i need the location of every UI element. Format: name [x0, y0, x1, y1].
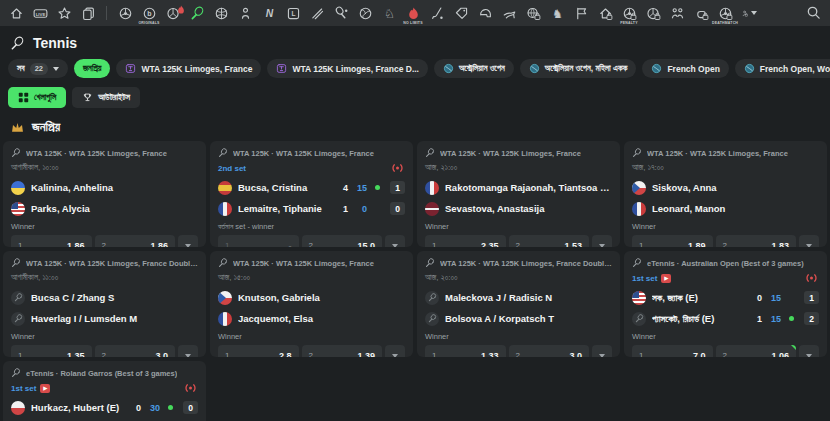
chevron-down-icon	[392, 244, 398, 248]
chess-icon[interactable]: ♞	[549, 5, 565, 21]
no-limits-icon[interactable]: NO LIMITS	[405, 5, 421, 21]
deathmatch-lock-icon[interactable]: DEATHMATCH	[717, 5, 733, 21]
player-row-1: Bucsa C / Zhang S	[11, 290, 198, 305]
wrestling-icon[interactable]	[669, 5, 685, 21]
market-label: Winner	[425, 332, 612, 341]
filter-all[interactable]: সব 22	[8, 59, 68, 78]
badminton-icon[interactable]	[309, 5, 325, 21]
chevron-down-icon	[751, 11, 757, 15]
match-card[interactable]: WTA 125K · WTA 125K Limoges, France আগাম…	[3, 141, 206, 247]
more-markets-button[interactable]	[385, 235, 405, 247]
more-markets-button[interactable]	[592, 345, 612, 357]
odds-button-2[interactable]: 21.86	[95, 235, 176, 247]
basketball-icon[interactable]	[213, 5, 229, 21]
more-markets-button[interactable]	[385, 345, 405, 357]
start-time: আজ, ২০:০০	[425, 273, 458, 283]
odds-button-2[interactable]: 21.53	[509, 235, 590, 247]
match-card[interactable]: eTennis · Roland Garros (Best of 3 games…	[3, 361, 206, 421]
match-card[interactable]: WTA 125K · WTA 125K Limoges, France আজ, …	[624, 141, 827, 247]
odds-button-1[interactable]: 11.89	[632, 235, 713, 247]
greyhounds-icon[interactable]	[501, 5, 517, 21]
odds-button-2[interactable]: 23.0	[95, 345, 176, 357]
filter-tab-3[interactable]: অস্ট্রেলিয়ান ওপেন	[434, 59, 514, 78]
horse-racing-icon[interactable]: ♘	[381, 5, 397, 21]
originals-icon[interactable]: bORIGINALS	[141, 5, 157, 21]
more-markets-button[interactable]	[178, 345, 198, 357]
wta-tournament-icon	[276, 63, 287, 74]
world-games-lock-icon[interactable]	[525, 5, 541, 21]
odds-button-2[interactable]: 21.83	[716, 235, 797, 247]
hot-games-icon[interactable]	[165, 5, 181, 21]
more-markets-button[interactable]	[799, 235, 819, 247]
match-card[interactable]: WTA 125K · WTA 125K Limoges, France Doub…	[417, 251, 620, 357]
racing-flag-icon[interactable]	[573, 5, 589, 21]
more-markets-button[interactable]	[799, 345, 819, 357]
player-games-score: 0	[754, 293, 762, 303]
player-row-2: Parks, Alycia	[11, 201, 198, 216]
filter-popular[interactable]: জনপ্রিয়	[74, 59, 110, 78]
coupons-icon[interactable]	[80, 5, 96, 21]
odds-button-1[interactable]: 1-	[218, 235, 299, 247]
match-card[interactable]: eTennis · Australian Open (Best of 3 gam…	[624, 251, 827, 357]
tennis-icon	[218, 258, 228, 268]
svg-text:♞: ♞	[552, 7, 563, 21]
games-tab-button[interactable]: খেলাগুলি	[8, 87, 66, 108]
home-icon[interactable]	[8, 5, 24, 21]
filter-tab-6[interactable]: French Open, Women	[735, 59, 830, 78]
live-icon[interactable]: LIVE	[32, 5, 48, 21]
special-offers-icon[interactable]	[453, 5, 469, 21]
filter-tab-2[interactable]: WTA 125K Limoges, France D...	[267, 59, 428, 78]
favorites-icon[interactable]	[56, 5, 72, 21]
wheel-games-lock-icon[interactable]	[645, 5, 661, 21]
serving-indicator-icon	[375, 185, 380, 190]
match-grid: WTA 125K · WTA 125K Limoges, France আগাম…	[3, 141, 827, 421]
american-football-icon[interactable]	[477, 5, 493, 21]
player-row-2: Jacquemot, Elsa	[218, 311, 405, 326]
filter-tab-4[interactable]: অস্ট্রেলিয়ান ওপেন, মহিলা একক	[520, 59, 637, 78]
odds-button-1[interactable]: 11.33	[425, 345, 506, 357]
match-card[interactable]: WTA 125K · WTA 125K Limoges, France Doub…	[3, 251, 206, 357]
sport-n-logo-icon[interactable]: N	[261, 5, 277, 21]
match-card[interactable]: WTA 125K · WTA 125K Limoges, France আজ, …	[417, 141, 620, 247]
squash-icon[interactable]	[333, 5, 349, 21]
outrights-tab-button[interactable]: আউটরাইটস	[72, 87, 140, 108]
wta-tournament-icon	[125, 63, 136, 74]
tennis-icon[interactable]	[189, 5, 205, 21]
filter-tab-label: French Open, Women	[760, 64, 830, 74]
player-row-2: Lemaitre, Tiphanie 1 0 0	[218, 201, 405, 216]
house-games-lock-icon[interactable]	[597, 5, 613, 21]
player-points-score: 0	[354, 204, 367, 214]
odds-button-2[interactable]: 21.06	[716, 345, 797, 357]
odds-button-1[interactable]: 11.35	[11, 345, 92, 357]
odds-button-2[interactable]: 21.39	[302, 345, 383, 357]
league-of-legends-icon[interactable]: L	[285, 5, 301, 21]
more-markets-button[interactable]	[178, 235, 198, 247]
match-card[interactable]: WTA 125K · WTA 125K Limoges, France আজ, …	[210, 251, 413, 357]
match-card[interactable]: WTA 125K · WTA 125K Limoges, France 2nd …	[210, 141, 413, 247]
more-markets-button[interactable]	[592, 235, 612, 247]
player-props-lock-icon[interactable]	[741, 5, 757, 21]
odds-button-1[interactable]: 17.0	[632, 345, 713, 357]
penalty-lock-icon[interactable]: PENALTY	[621, 5, 637, 21]
counter-strike-icon[interactable]	[237, 5, 253, 21]
odds-button-1[interactable]: 11.86	[11, 235, 92, 247]
odds-button-2[interactable]: 23.0	[509, 345, 590, 357]
league-label: WTA 125K · WTA 125K Limoges, France Doub…	[440, 259, 612, 268]
volleyball-icon[interactable]	[357, 5, 373, 21]
field-hockey-icon[interactable]	[429, 5, 445, 21]
fist-fight-lock-icon[interactable]	[693, 5, 709, 21]
filter-tab-label: WTA 125K Limoges, France	[141, 64, 252, 74]
filter-all-count: 22	[30, 63, 48, 75]
player-name: গ্যাসকেট, রিচার্ড (E)	[652, 313, 748, 325]
player-name: Bucsa, Cristina	[238, 182, 334, 193]
filter-tab-1[interactable]: WTA 125K Limoges, France	[116, 59, 261, 78]
odds-button-1[interactable]: 12.35	[425, 235, 506, 247]
player-flag	[218, 202, 232, 216]
odds-button-2[interactable]: 215.0	[302, 235, 383, 247]
football-icon[interactable]	[117, 5, 133, 21]
filter-tab-5[interactable]: French Open	[642, 59, 728, 78]
odds-button-1[interactable]: 12.8	[218, 345, 299, 357]
market-label: Winner	[425, 222, 612, 231]
search-icon[interactable]	[806, 5, 822, 21]
player-flag	[632, 181, 646, 195]
